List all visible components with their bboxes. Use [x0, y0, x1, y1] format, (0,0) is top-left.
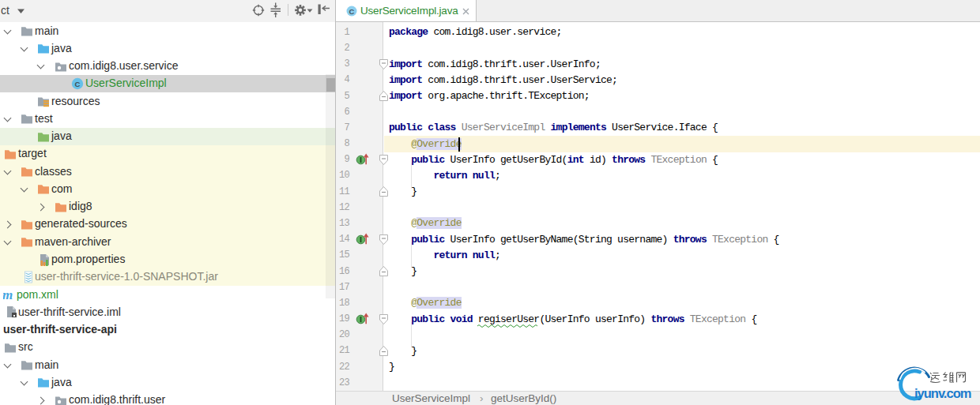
svg-text:C: C: [349, 7, 355, 16]
svg-text:m: m: [3, 288, 13, 301]
svg-text:C: C: [75, 79, 81, 88]
svg-text:iyunv.com: iyunv.com: [914, 386, 971, 400]
